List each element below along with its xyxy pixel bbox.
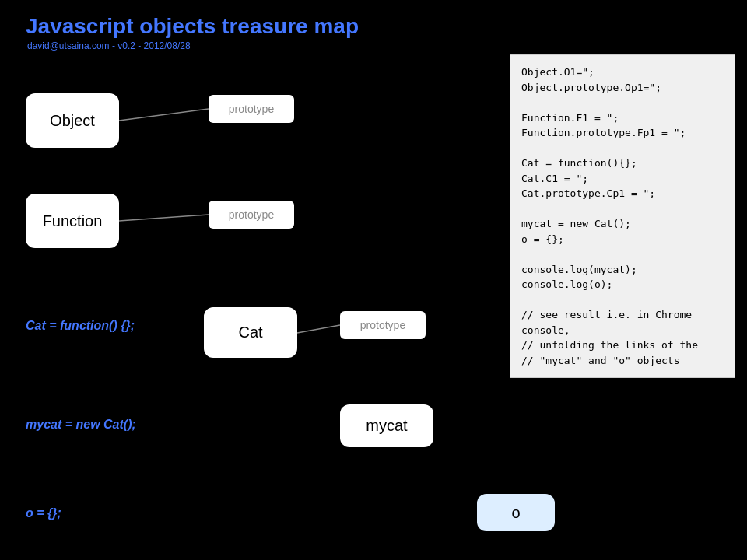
o-node: o: [477, 494, 555, 531]
o-def-label: o = {};: [26, 506, 61, 520]
code-line-14: // "mycat" and "o" objects: [521, 353, 724, 369]
code-line-13: // unfolding the links of the: [521, 338, 724, 353]
svg-line-2: [297, 325, 340, 333]
page-subtitle: david@utsaina.com - v0.2 - 2012/08/28: [27, 40, 191, 51]
code-line-9: o = {};: [521, 232, 724, 247]
page-title: Javascript objects treasure map: [26, 14, 359, 39]
code-line-7: Cat.prototype.Cp1 = ";: [521, 186, 724, 201]
code-line-6: Cat.C1 = ";: [521, 171, 724, 187]
code-line-4: Function.prototype.Fp1 = ";: [521, 125, 724, 141]
cat-node: Cat: [204, 307, 297, 358]
function-prototype-node: prototype: [209, 201, 294, 229]
code-line-10: console.log(mycat);: [521, 262, 724, 278]
svg-line-0: [119, 109, 209, 121]
object-node: Object: [26, 93, 119, 148]
mycat-node: mycat: [340, 404, 433, 447]
code-line-3: Function.F1 = ";: [521, 110, 724, 126]
code-line-1: Object.O1=";: [521, 65, 724, 80]
code-line-11: console.log(o);: [521, 277, 724, 292]
code-line-5: Cat = function(){};: [521, 156, 724, 171]
code-box: Object.O1="; Object.prototype.Op1="; Fun…: [510, 54, 735, 378]
code-line-8: mycat = new Cat();: [521, 216, 724, 232]
function-node: Function: [26, 194, 119, 248]
code-line-2: Object.prototype.Op1=";: [521, 80, 724, 96]
cat-prototype-node: prototype: [340, 311, 426, 339]
code-line-12: // see result i.e. in Chrome console,: [521, 307, 724, 338]
cat-def-label: Cat = function() {};: [26, 319, 135, 333]
mycat-def-label: mycat = new Cat();: [26, 418, 136, 432]
svg-line-1: [119, 215, 209, 221]
object-prototype-node: prototype: [209, 95, 294, 123]
